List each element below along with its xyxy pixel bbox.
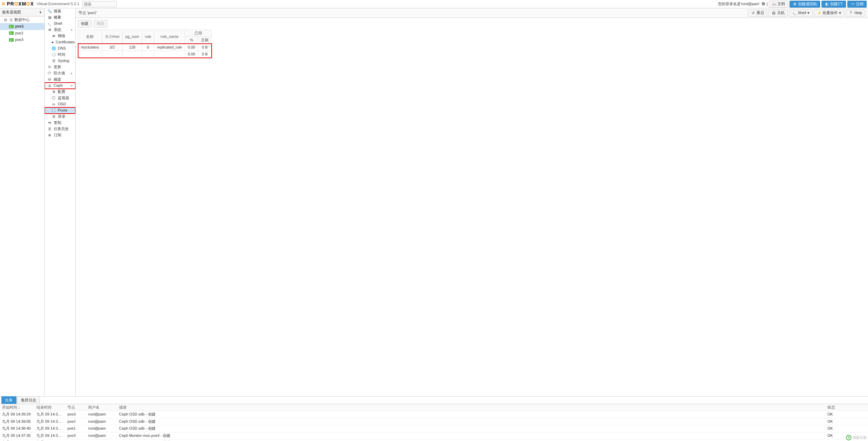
watermark-icon: ✕ [846,435,851,440]
retweet-icon: ⇋ [47,121,52,125]
cogs-icon: ⚙ [47,28,52,32]
col-desc[interactable]: 描述 [117,404,825,411]
nav-summary[interactable]: ▤概要 [45,14,75,21]
nav-subscription[interactable]: ⊕订阅 [45,132,75,138]
help-icon: ? [849,11,853,15]
shield-icon: 🛡 [47,71,52,75]
docs-button[interactable]: 📖 文档 [769,1,788,8]
bulk-button[interactable]: ⚡批量操作 ▾ [814,10,844,17]
col-end[interactable]: 结束时间 [34,404,65,411]
expand-icon: ⊟ [3,18,8,22]
sitemap-icon: ⛶ [52,108,56,113]
nav-system[interactable]: ⚙系统▾ [45,27,75,33]
nav-ceph-monitor[interactable]: 🖵监视器 [45,95,75,101]
col-name[interactable]: 名称 [78,30,102,44]
nav-updates[interactable]: ↻更新 [45,64,75,70]
refresh-icon: ↻ [47,65,52,69]
log-row[interactable]: 九月 09 14:39:29九月 09 14:39:37pve3root@pam… [0,411,868,418]
cell-user: root@pam [86,418,117,425]
col-pgnum[interactable]: pg_num [123,30,142,44]
log-row[interactable]: 九月 09 14:39:05九月 09 14:39:13pve2root@pam… [0,418,868,425]
network-icon: ⇄ [52,34,56,38]
restart-button[interactable]: ↺重启 [748,10,767,17]
content-header: 节点 'pve1' ↺重启 ⏻关机 ›_Shell ▾ ⚡批量操作 ▾ ?Hel… [76,8,868,18]
create-ct-button[interactable]: ◧ 创建CT [822,1,846,8]
tree-view-selector[interactable]: 服务器视图 ▾ [0,8,44,17]
nav-ceph-pools[interactable]: ⛶Pools [45,107,75,114]
nav-ceph[interactable]: ◎Ceph▾ [45,83,75,89]
create-ct-label: 创建CT [830,1,843,7]
col-start[interactable]: 开始时间 ↓ [0,404,34,411]
shell-button[interactable]: ›_Shell ▾ [789,10,813,17]
tv-icon: 🖵 [52,96,56,100]
col-status[interactable]: 状态 [825,404,863,411]
nav-time[interactable]: 🕒时间 [45,52,75,58]
tree-datacenter-label: 数据中心 [14,17,30,22]
version-label: Virtual Environment 5.2-1 [37,1,80,7]
cell-pct: 0.00 [185,44,198,51]
cell-rule [142,51,154,58]
support-icon: ⊕ [47,133,52,137]
scrollbar-gutter [863,418,868,425]
node-icon [9,38,14,42]
nav-ceph-log[interactable]: ☰登录 [45,114,75,120]
col-used[interactable]: 已用 [185,30,211,37]
tree-node-pve1[interactable]: pve1 [0,23,44,30]
tree-datacenter[interactable]: ⊟ ☷ 数据中心 [0,17,44,23]
table-row[interactable]: 0.00 0 B [78,51,212,58]
log-row[interactable]: 九月 09 14:38:40九月 09 14:38:48pve1root@pam… [0,425,868,432]
cell-end: 九月 09 14:39:37 [34,411,65,418]
nav-ceph-config[interactable]: ⚙配置 [45,89,75,95]
nav-search[interactable]: 🔍搜索 [45,8,75,14]
help-button[interactable]: ?Help [846,10,865,17]
tree-node-pve3[interactable]: pve3 [0,36,44,43]
pool-destroy-button[interactable]: 销毁 [94,20,107,28]
nav-tasks[interactable]: ☰任务历史 [45,126,75,132]
col-pct[interactable]: % [185,37,198,44]
chevron-right-icon: ▸ [71,71,73,76]
col-size[interactable]: 大小/min [102,30,123,44]
global-search-input[interactable] [82,1,117,7]
logout-button[interactable]: ↪ 注销 [847,1,867,8]
datacenter-icon: ☷ [9,18,13,22]
cell-end: 九月 09 14:35:31 [34,439,65,441]
cell-start: 九月 09 14:39:05 [0,418,34,425]
nav-certificates[interactable]: ●Certificates [45,39,75,45]
nav-syslog[interactable]: ☰Syslog [45,58,75,64]
shutdown-button[interactable]: ⏻关机 [769,10,788,17]
cell-end: 九月 09 14:39:13 [34,418,65,425]
node-icon [9,25,14,28]
hdd-icon: ⛀ [52,102,56,106]
cell-node: pve1 [65,425,86,432]
nav-dns[interactable]: 🌐DNS [45,45,75,52]
pool-create-button[interactable]: 创建 [78,20,92,28]
tab-cluster-log[interactable]: 集群日志 [17,396,40,404]
col-rulename[interactable]: rule_name [154,30,185,44]
log-header-row: 开始时间 ↓ 结束时间 节点 用户名 描述 状态 [0,404,868,411]
log-row[interactable]: 九月 09 14:35:24九月 09 14:35:31pve2root@pam… [0,439,868,441]
col-user[interactable]: 用户名 [86,404,117,411]
table-row[interactable]: myclusters 3/2 128 0 replicated_rule 0.0… [78,44,212,51]
nav-ceph-osd[interactable]: ⛀OSD [45,101,75,107]
login-label: 您的登录名是'root@pam' [718,1,760,7]
cell-desc: Ceph OSD sdb - 创建 [117,411,825,418]
tab-tasks[interactable]: 任务 [1,396,17,404]
tree-node-pve2[interactable]: pve2 [0,30,44,36]
gear-icon[interactable] [761,2,765,6]
nav-replication[interactable]: ⇋复制 [45,120,75,126]
monitor-icon: 🖥 [793,2,797,6]
col-node[interactable]: 节点 [65,404,86,411]
nav-firewall[interactable]: 🛡防火墙▸ [45,70,75,76]
watermark-text: 创新互联 [853,435,867,440]
create-vm-button[interactable]: 🖥 创建虚拟机 [790,1,820,8]
nav-disks[interactable]: ⛁磁盘 [45,76,75,83]
log-row[interactable]: 九月 09 14:37:35九月 09 14:37:44pve3root@pam… [0,432,868,439]
col-total[interactable]: 总额 [198,37,212,44]
terminal-icon: ›_ [47,22,52,26]
nav-network[interactable]: ⇄网络 [45,33,75,39]
cell-name [78,51,102,58]
create-vm-label: 创建虚拟机 [798,1,817,7]
cell-size [102,51,123,58]
nav-shell[interactable]: ›_Shell [45,21,75,27]
col-rule[interactable]: rule [142,30,154,44]
